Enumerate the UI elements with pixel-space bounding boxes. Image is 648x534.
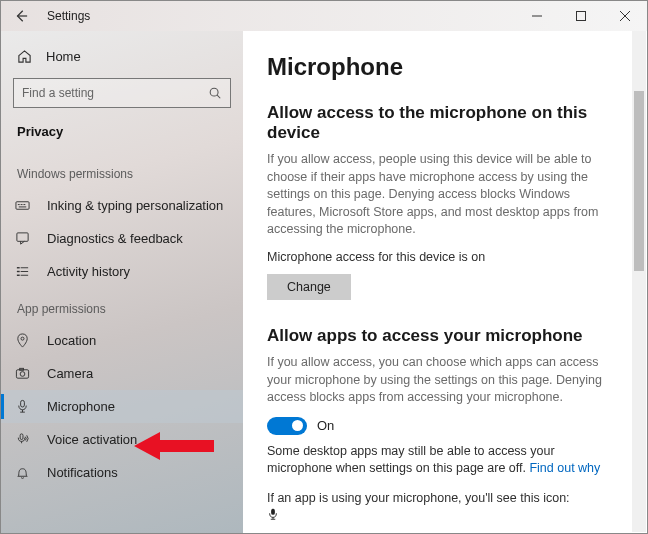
svg-point-20	[20, 372, 25, 377]
group-label-windows: Windows permissions	[1, 153, 243, 189]
title-bar: Settings	[1, 1, 647, 31]
sidebar-item-inking[interactable]: Inking & typing personalization	[1, 189, 243, 222]
sidebar-item-location[interactable]: Location	[1, 324, 243, 357]
back-button[interactable]	[1, 1, 41, 31]
desktop-apps-note: Some desktop apps may still be able to a…	[267, 443, 621, 478]
minimize-icon	[532, 11, 542, 21]
sidebar: Home Find a setting Privacy Windows perm…	[1, 31, 243, 533]
content-pane: Microphone Allow access to the microphon…	[243, 31, 647, 533]
svg-rect-27	[271, 509, 275, 515]
bell-icon	[15, 465, 35, 480]
voice-icon	[15, 432, 35, 447]
search-input[interactable]: Find a setting	[13, 78, 231, 108]
search-placeholder: Find a setting	[22, 86, 94, 100]
microphone-icon	[15, 399, 35, 414]
section-description: If you allow access, you can choose whic…	[267, 354, 621, 407]
svg-line-5	[217, 95, 220, 98]
search-icon	[208, 86, 222, 100]
sidebar-item-label: Diagnostics & feedback	[47, 231, 183, 246]
section-heading: Allow apps to access your microphone	[267, 326, 621, 346]
sidebar-item-label: Microphone	[47, 399, 115, 414]
section-heading: Allow access to the microphone on this d…	[267, 103, 621, 143]
history-icon	[15, 264, 35, 279]
sidebar-item-diagnostics[interactable]: Diagnostics & feedback	[1, 222, 243, 255]
location-icon	[15, 333, 35, 348]
sidebar-item-label: Notifications	[47, 465, 118, 480]
sidebar-item-label: Camera	[47, 366, 93, 381]
close-button[interactable]	[603, 1, 647, 31]
camera-icon	[15, 366, 35, 381]
scrollbar-thumb[interactable]	[634, 91, 644, 271]
device-access-status: Microphone access for this device is on	[267, 249, 621, 267]
maximize-icon	[576, 11, 586, 21]
sidebar-item-label: Inking & typing personalization	[47, 198, 223, 213]
change-button[interactable]: Change	[267, 274, 351, 300]
window-title: Settings	[47, 9, 90, 23]
sidebar-item-notifications[interactable]: Notifications	[1, 456, 243, 489]
svg-rect-22	[21, 400, 25, 407]
sidebar-item-voice[interactable]: Voice activation	[1, 423, 243, 456]
maximize-button[interactable]	[559, 1, 603, 31]
feedback-icon	[15, 231, 35, 246]
find-out-why-link[interactable]: Find out why	[529, 461, 600, 475]
back-arrow-icon	[14, 9, 28, 23]
sidebar-item-microphone[interactable]: Microphone	[1, 390, 243, 423]
svg-rect-11	[17, 233, 28, 241]
sidebar-item-label: Activity history	[47, 264, 130, 279]
page-title: Microphone	[267, 53, 621, 81]
sidebar-item-activity[interactable]: Activity history	[1, 255, 243, 288]
svg-point-18	[21, 337, 24, 340]
keyboard-icon	[15, 198, 35, 213]
vertical-scrollbar[interactable]	[632, 31, 646, 532]
section-description: If you allow access, people using this d…	[267, 151, 621, 239]
sidebar-item-label: Location	[47, 333, 96, 348]
sidebar-item-camera[interactable]: Camera	[1, 357, 243, 390]
mic-icon-note: If an app is using your microphone, you'…	[267, 488, 621, 522]
close-icon	[620, 11, 630, 21]
sidebar-home-label: Home	[46, 49, 81, 64]
sidebar-home[interactable]: Home	[1, 43, 243, 74]
section-app-access: Allow apps to access your microphone If …	[267, 326, 621, 521]
svg-rect-6	[16, 202, 29, 210]
section-device-access: Allow access to the microphone on this d…	[267, 103, 621, 300]
svg-point-4	[210, 88, 218, 96]
microphone-inline-icon	[267, 507, 621, 521]
svg-rect-19	[16, 370, 28, 378]
sidebar-item-label: Voice activation	[47, 432, 137, 447]
minimize-button[interactable]	[515, 1, 559, 31]
sidebar-category: Privacy	[1, 118, 243, 153]
svg-rect-25	[20, 434, 23, 440]
toggle-track	[267, 417, 307, 435]
svg-rect-1	[577, 12, 586, 21]
toggle-state-label: On	[317, 418, 334, 433]
group-label-app: App permissions	[1, 288, 243, 324]
home-icon	[17, 49, 32, 64]
app-access-toggle[interactable]: On	[267, 417, 621, 435]
